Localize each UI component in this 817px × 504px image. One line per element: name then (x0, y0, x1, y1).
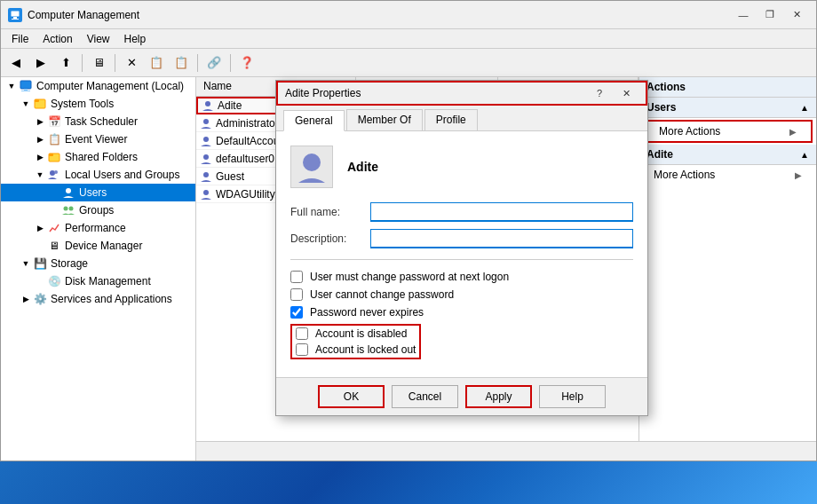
svg-point-16 (203, 119, 209, 124)
svg-rect-9 (49, 154, 53, 156)
dialog-controls: ? ✕ (587, 84, 639, 102)
ok-button[interactable]: OK (318, 385, 385, 408)
svg-rect-0 (11, 11, 20, 17)
user-name-adite: Adite (218, 99, 242, 112)
actions-section-adite[interactable]: Adite ▲ (639, 145, 816, 165)
menu-action[interactable]: Action (36, 31, 79, 47)
expander-storage[interactable]: ▼ (19, 256, 33, 271)
actions-section-users: Actions (639, 77, 816, 98)
status-bar (196, 441, 816, 461)
computer-icon (19, 79, 33, 93)
expander-task-scheduler[interactable]: ▶ (33, 114, 47, 129)
sidebar-item-device-manager[interactable]: 🖥 Device Manager (1, 237, 195, 255)
sidebar-item-shared-folders[interactable]: ▶ Shared Folders (1, 148, 195, 166)
is-disabled-label: Account is disabled (315, 327, 407, 340)
show-hide-button[interactable]: 🖥 (87, 52, 110, 74)
svg-point-19 (203, 172, 209, 177)
copy-button[interactable]: 📋 (170, 52, 193, 74)
expander-event-viewer[interactable]: ▶ (33, 132, 47, 146)
expander-disk-management[interactable] (33, 274, 47, 288)
user-header: Adite (290, 146, 633, 188)
expander-groups[interactable] (47, 203, 61, 217)
dialog-body: Adite Full name: Description: User must … (276, 131, 647, 378)
sidebar-item-storage[interactable]: ▼ 💾 Storage (1, 255, 195, 272)
sidebar-label-device-manager: Device Manager (65, 240, 142, 252)
svg-point-21 (303, 154, 321, 171)
sidebar-item-event-viewer[interactable]: ▶ 📋 Event Viewer (1, 130, 195, 148)
close-button[interactable]: ✕ (784, 6, 809, 24)
description-label: Description: (290, 232, 370, 245)
menu-view[interactable]: View (80, 31, 117, 47)
sidebar-label-services-apps: Services and Applications (51, 293, 172, 305)
properties-button[interactable]: 📋 (145, 52, 168, 74)
delete-button[interactable]: ✕ (120, 52, 143, 74)
expander-shared-folders[interactable]: ▶ (33, 150, 47, 164)
description-input[interactable] (370, 229, 633, 248)
sidebar-label-local-users: Local Users and Groups (65, 169, 179, 181)
system-tools-icon (33, 97, 47, 111)
restore-button[interactable]: ❐ (758, 6, 782, 24)
adite-properties-dialog: Adite Properties ? ✕ General Member Of P… (275, 80, 648, 416)
forward-button[interactable]: ▶ (29, 52, 52, 74)
sidebar-item-disk-management[interactable]: 💿 Disk Management (1, 272, 195, 290)
apply-button[interactable]: Apply (465, 385, 532, 408)
performance-icon (47, 221, 61, 235)
expander-local-users[interactable]: ▼ (33, 168, 47, 182)
sidebar-label-shared-folders: Shared Folders (65, 151, 138, 163)
expander-users[interactable] (47, 185, 61, 200)
user-name-admin: Administrator (216, 117, 279, 130)
new-window-button[interactable]: 🔗 (202, 52, 226, 74)
sidebar-item-groups[interactable]: Groups (1, 201, 195, 219)
is-disabled-checkbox[interactable] (296, 327, 308, 340)
actions-panel: Actions Users ▲ More Actions ▶ Adite ▲ (639, 77, 816, 441)
help-toolbar-button[interactable]: ❓ (235, 52, 258, 74)
expander-performance[interactable]: ▶ (33, 221, 47, 235)
actions-adite-label: Adite (646, 148, 673, 161)
menu-file[interactable]: File (4, 31, 36, 47)
groups-icon (61, 203, 75, 217)
actions-section-users-title[interactable]: Users ▲ (639, 98, 816, 118)
sidebar-label-computer-management: Computer Management (Local) (36, 80, 184, 92)
svg-point-10 (50, 170, 55, 176)
sidebar-item-services-apps[interactable]: ▶ ⚙️ Services and Applications (1, 290, 195, 308)
checkbox-never-expires: Password never expires (290, 306, 633, 319)
tab-member-of[interactable]: Member Of (346, 109, 423, 130)
local-users-icon (47, 168, 61, 182)
fullname-input[interactable] (370, 202, 633, 222)
sidebar-item-users[interactable]: Users (1, 184, 195, 201)
divider (290, 259, 633, 260)
sidebar-item-computer-management[interactable]: ▼ Computer Management (Local) (1, 77, 195, 95)
expander-computer-management[interactable]: ▼ (4, 79, 19, 93)
must-change-checkbox[interactable] (290, 271, 303, 283)
dialog-close-button[interactable]: ✕ (614, 84, 639, 102)
help-button[interactable]: Help (539, 385, 606, 408)
sidebar-item-system-tools[interactable]: ▼ System Tools (1, 95, 195, 113)
expander-device-manager[interactable] (33, 239, 47, 253)
cancel-button[interactable]: Cancel (392, 385, 458, 408)
event-viewer-icon: 📋 (47, 132, 61, 146)
must-change-label: User must change password at next logon (310, 271, 509, 283)
sidebar-item-task-scheduler[interactable]: ▶ 📅 Task Scheduler (1, 113, 195, 130)
back-button[interactable]: ◀ (4, 52, 28, 74)
svg-point-14 (69, 207, 74, 211)
menu-help[interactable]: Help (117, 31, 154, 47)
dialog-title: Adite Properties (285, 87, 587, 99)
tab-profile[interactable]: Profile (424, 109, 478, 130)
adite-more-actions[interactable]: More Actions ▶ (639, 165, 816, 185)
sidebar-item-local-users-groups[interactable]: ▼ Local Users and Groups (1, 166, 195, 184)
disabled-locked-group: Account is disabled Account is locked ou… (290, 324, 421, 359)
svg-point-12 (66, 188, 71, 193)
minimize-button[interactable]: — (731, 6, 756, 24)
cannot-change-checkbox[interactable] (290, 288, 303, 301)
is-locked-checkbox[interactable] (296, 343, 308, 356)
expander-system-tools[interactable]: ▼ (19, 97, 33, 111)
users-more-actions[interactable]: More Actions ▶ (643, 120, 813, 143)
checkbox-cannot-change: User cannot change password (290, 288, 633, 301)
sidebar-item-performance[interactable]: ▶ Performance (1, 219, 195, 237)
expander-services-apps[interactable]: ▶ (19, 292, 33, 306)
tab-general[interactable]: General (283, 110, 345, 131)
never-expires-checkbox[interactable] (290, 306, 303, 319)
never-expires-label: Password never expires (310, 306, 424, 319)
up-button[interactable]: ⬆ (54, 52, 77, 74)
dialog-help-icon-btn[interactable]: ? (587, 84, 612, 102)
